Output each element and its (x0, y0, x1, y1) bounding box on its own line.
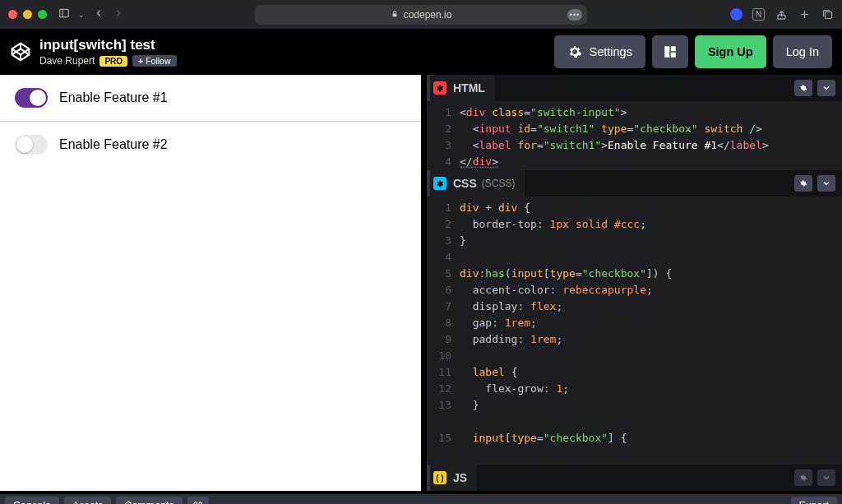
extension-icon[interactable] (729, 8, 743, 21)
css-editor[interactable]: 12345678910111213 15 div + div { border-… (427, 197, 842, 465)
feature-2-label: Enable Feature #2 (59, 137, 168, 152)
close-window-icon[interactable] (8, 10, 17, 19)
share-icon[interactable] (775, 8, 788, 21)
login-button[interactable]: Log In (773, 35, 832, 68)
css-badge-icon: ✱ (433, 177, 446, 190)
editors-column: ✱ HTML 1234 <div class="switch-input"> <… (421, 75, 842, 491)
html-tab[interactable]: ✱ HTML (427, 75, 495, 101)
pen-title-block: input[switch] test Dave Rupert PRO Follo… (39, 37, 177, 67)
feature-row-2: Enable Feature #2 (0, 121, 421, 168)
assets-button[interactable]: Assets (64, 497, 112, 504)
codepen-footer: Console Assets Comments ⌘ Export (0, 491, 842, 504)
settings-label: Settings (589, 45, 632, 58)
signup-button[interactable]: Sign Up (695, 35, 766, 68)
svg-rect-10 (664, 46, 669, 58)
css-settings-icon[interactable] (794, 175, 812, 192)
address-text: codepen.io (404, 9, 452, 21)
css-tab[interactable]: ✱ CSS (SCSS) (427, 170, 525, 197)
svg-rect-11 (671, 46, 676, 51)
tabs-icon[interactable] (821, 8, 834, 21)
html-panel: ✱ HTML 1234 <div class="switch-input"> <… (427, 75, 842, 170)
html-badge-icon: ✱ (433, 81, 446, 95)
svg-rect-0 (60, 9, 69, 16)
css-tab-sublabel: (SCSS) (482, 178, 516, 189)
chevron-down-icon[interactable]: ⌄ (78, 11, 85, 19)
browser-chrome: ⌄ codepen.io ••• N (0, 0, 842, 29)
console-button[interactable]: Console (5, 497, 59, 504)
follow-button[interactable]: Follow (132, 55, 176, 67)
lock-icon (391, 9, 399, 21)
switch-1[interactable] (15, 88, 48, 108)
minimize-window-icon[interactable] (23, 10, 32, 19)
pen-title: input[switch] test (39, 37, 177, 53)
sidebar-toggle-icon[interactable] (58, 7, 70, 22)
html-gutter: 1234 (427, 101, 460, 170)
feature-1-label: Enable Feature #1 (59, 90, 168, 105)
css-gutter: 12345678910111213 15 (427, 197, 460, 465)
svg-rect-2 (392, 13, 396, 16)
js-settings-icon[interactable] (794, 469, 812, 486)
forward-icon[interactable] (113, 7, 124, 22)
main-area: Enable Feature #1 Enable Feature #2 ✱ HT… (0, 75, 842, 491)
html-editor[interactable]: 1234 <div class="switch-input"> <input i… (427, 101, 842, 170)
svg-rect-12 (671, 53, 676, 58)
switch-2[interactable] (15, 135, 48, 155)
reader-icon[interactable]: ••• (567, 9, 582, 21)
pen-author[interactable]: Dave Rupert (39, 55, 95, 67)
comments-button[interactable]: Comments (116, 497, 182, 504)
export-button[interactable]: Export (791, 497, 837, 504)
js-chevron-icon[interactable] (817, 469, 835, 486)
browser-toolbar-right: N (729, 8, 834, 21)
js-badge-icon: ( ) (433, 471, 446, 484)
back-icon[interactable] (93, 7, 104, 22)
feature-row-1: Enable Feature #1 (0, 75, 421, 121)
css-panel-header: ✱ CSS (SCSS) (427, 170, 842, 197)
address-bar[interactable]: codepen.io ••• (255, 5, 587, 25)
css-tab-label: CSS (453, 177, 477, 190)
html-code: <div class="switch-input"> <input id="sw… (460, 101, 775, 170)
html-tab-label: HTML (453, 81, 485, 95)
new-tab-icon[interactable] (798, 8, 811, 21)
zoom-window-icon[interactable] (38, 10, 47, 19)
js-panel: ( ) JS (427, 465, 842, 491)
html-panel-header: ✱ HTML (427, 75, 842, 101)
window-controls (8, 10, 47, 19)
css-panel: ✱ CSS (SCSS) 12345678910111213 15 div + … (427, 170, 842, 465)
codepen-logo-icon[interactable] (10, 41, 31, 62)
js-tab[interactable]: ( ) JS (427, 465, 477, 491)
preview-pane: Enable Feature #1 Enable Feature #2 (0, 75, 421, 491)
css-chevron-icon[interactable] (817, 175, 835, 192)
pro-badge: PRO (99, 56, 127, 67)
js-panel-header: ( ) JS (427, 465, 842, 491)
layout-button[interactable] (652, 35, 688, 68)
html-chevron-icon[interactable] (817, 80, 835, 96)
css-code: div + div { border-top: 1px solid #ccc; … (460, 197, 678, 465)
html-settings-icon[interactable] (794, 80, 812, 96)
shortcuts-button[interactable]: ⌘ (187, 497, 209, 504)
notion-extension-icon[interactable]: N (752, 8, 765, 21)
browser-toolbar-left: ⌄ (58, 7, 124, 22)
js-tab-label: JS (453, 471, 467, 484)
codepen-header: input[switch] test Dave Rupert PRO Follo… (0, 29, 842, 75)
settings-button[interactable]: Settings (554, 35, 645, 68)
svg-rect-6 (825, 12, 831, 18)
